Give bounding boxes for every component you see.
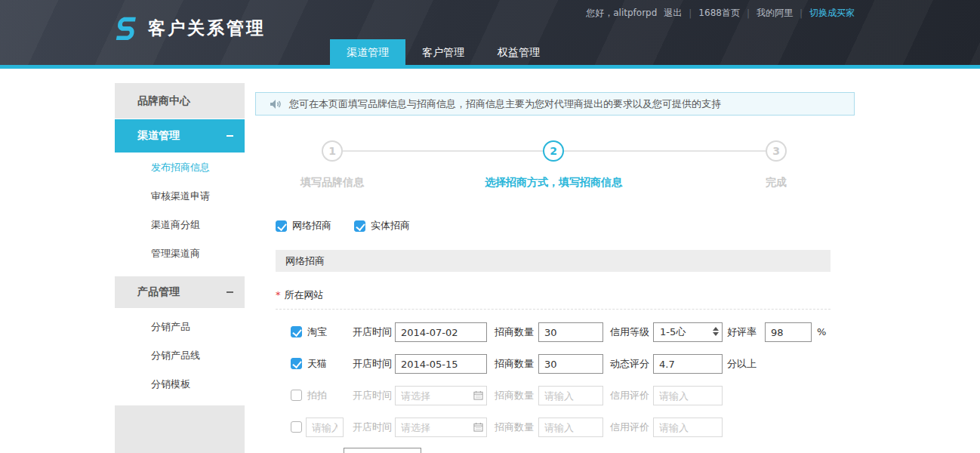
- sidebar-group-label: 渠道管理: [137, 129, 180, 143]
- step-1-label: 填写品牌信息: [272, 176, 393, 190]
- sidebar-group-label: 产品管理: [137, 285, 180, 299]
- link-1688-home[interactable]: 1688首页: [698, 7, 740, 20]
- field-group-label: 所在网站: [285, 289, 324, 300]
- investment-mode-options: 网络招商 实体招商: [276, 219, 410, 233]
- checkbox-icon[interactable]: [276, 220, 287, 232]
- tab-rights-management[interactable]: 权益管理: [481, 39, 556, 65]
- sidebar: 品牌商中心 渠道管理 发布招商信息 审核渠道申请 渠道商分组 管理渠道商 产品管…: [115, 69, 245, 453]
- quantity-input-tmall[interactable]: [538, 354, 603, 374]
- site-row-paipai: 拍拍 开店时间 招商数量 信用评价: [276, 385, 831, 406]
- calendar-icon[interactable]: [473, 422, 483, 432]
- site-row-tmall: 天猫 开店时间 招商数量 动态评分 分以上: [276, 353, 831, 374]
- quantity-label: 招商数量: [495, 417, 534, 438]
- collapse-icon: [227, 135, 233, 137]
- info-banner: 您可在本页面填写品牌信息与招商信息，招商信息主要为您对代理商提出的要求以及您可提…: [255, 92, 855, 116]
- checkbox-paipai[interactable]: [291, 390, 302, 401]
- info-banner-text: 您可在本页面填写品牌信息与招商信息，招商信息主要为您对代理商提出的要求以及您可提…: [289, 97, 721, 111]
- checkbox-tmall[interactable]: [291, 358, 302, 369]
- sidebar-footer-filler: [115, 405, 245, 453]
- app-header: 客户关系管理 您好，alitpforpd 退出 | 1688首页 | 我的阿里 …: [0, 0, 980, 65]
- section-header-online-investment: 网络招商: [276, 250, 831, 272]
- open-time-input-tmall[interactable]: [395, 354, 487, 374]
- checkbox-physical-investment[interactable]: 实体招商: [354, 219, 410, 233]
- open-time-label: 开店时间: [353, 417, 392, 438]
- step-3-label: 完成: [731, 176, 821, 190]
- site-label-paipai: 拍拍: [307, 385, 327, 406]
- sidebar-item-label: 品牌商中心: [137, 94, 190, 108]
- quantity-label: 招商数量: [495, 322, 534, 343]
- sidebar-item-review-channel-application[interactable]: 审核渠道申请: [115, 182, 245, 211]
- dashed-divider: [276, 309, 831, 310]
- calendar-icon[interactable]: [473, 390, 483, 400]
- sidebar-group-product-management[interactable]: 产品管理: [115, 276, 245, 308]
- checkbox-icon[interactable]: [354, 220, 365, 232]
- quantity-label: 招商数量: [495, 385, 534, 406]
- positive-rate-input[interactable]: [765, 322, 812, 342]
- site-label-taobao: 淘宝: [307, 322, 327, 343]
- step-2-circle: 2: [543, 140, 564, 162]
- dynamic-score-input[interactable]: [653, 354, 723, 374]
- sidebar-item-manage-channels[interactable]: 管理渠道商: [115, 239, 245, 268]
- custom-site-name-input[interactable]: [306, 418, 344, 437]
- quantity-input-taobao[interactable]: [538, 322, 603, 342]
- positive-rate-label: 好评率: [727, 322, 757, 343]
- quantity-input-paipai[interactable]: [538, 386, 603, 405]
- sidebar-item-distribution-product-lines[interactable]: 分销产品线: [115, 341, 245, 370]
- required-field-label: *所在网站: [276, 288, 324, 302]
- checkbox-custom-site[interactable]: [291, 421, 302, 433]
- link-switch-to-buyer[interactable]: 切换成买家: [809, 7, 855, 20]
- open-time-label: 开店时间: [353, 353, 392, 374]
- tab-channel-management[interactable]: 渠道管理: [330, 39, 405, 65]
- site-label-tmall: 天猫: [307, 353, 327, 374]
- separator: |: [747, 8, 750, 19]
- site-row-taobao: 淘宝 开店时间 招商数量 信用等级 1-5心 好评率 %: [276, 322, 831, 343]
- site-row-custom: 开店时间 招商数量 信用评价: [276, 417, 831, 438]
- tab-customer-management[interactable]: 客户管理: [405, 39, 481, 65]
- link-my-ali[interactable]: 我的阿里: [757, 7, 793, 20]
- sidebar-item-distribution-products[interactable]: 分销产品: [115, 313, 245, 341]
- percent-unit: %: [817, 322, 826, 343]
- open-time-input-taobao[interactable]: [395, 322, 487, 342]
- sidebar-item-publish-investment-info[interactable]: 发布招商信息: [115, 153, 245, 182]
- credit-review-input-custom[interactable]: [653, 418, 723, 437]
- checkbox-online-investment[interactable]: 网络招商: [276, 219, 331, 233]
- separator: |: [800, 8, 803, 19]
- partial-input-cutoff[interactable]: [344, 448, 421, 453]
- app-title: 客户关系管理: [148, 17, 266, 40]
- sidebar-group-channel-management[interactable]: 渠道管理: [115, 119, 245, 153]
- sidebar-item-channel-grouping[interactable]: 渠道商分组: [115, 211, 245, 239]
- chevron-down-icon: [713, 332, 719, 336]
- collapse-icon: [227, 291, 233, 293]
- main-nav: 渠道管理 客户管理 权益管理: [330, 39, 556, 65]
- credit-review-label: 信用评价: [610, 417, 649, 438]
- checkbox-label: 网络招商: [292, 219, 331, 233]
- quantity-label: 招商数量: [495, 353, 534, 374]
- announcement-speaker-icon: [270, 99, 282, 109]
- sidebar-item-distribution-templates[interactable]: 分销模板: [115, 370, 245, 399]
- dynamic-score-label: 动态评分: [610, 353, 649, 374]
- open-time-label: 开店时间: [353, 385, 392, 406]
- step-2-label: 选择招商方式，填写招商信息: [455, 176, 652, 190]
- chevron-up-icon: [713, 327, 719, 331]
- required-asterisk: *: [276, 289, 281, 300]
- step-1-circle: 1: [322, 140, 343, 162]
- checkbox-label: 实体招商: [371, 219, 410, 233]
- app-logo[interactable]: 客户关系管理: [112, 15, 266, 41]
- crm-page: 客户关系管理 您好，alitpforpd 退出 | 1688首页 | 我的阿里 …: [0, 0, 980, 453]
- select-stepper-icon: [713, 327, 719, 336]
- open-time-label: 开店时间: [353, 322, 392, 343]
- credit-level-select[interactable]: 1-5心: [653, 322, 723, 342]
- logout-link[interactable]: 退出: [664, 7, 682, 20]
- credit-review-input-paipai[interactable]: [653, 386, 723, 405]
- separator: |: [689, 8, 692, 19]
- step-3-circle: 3: [766, 140, 787, 162]
- user-greeting: 您好，alitpforpd: [586, 7, 657, 20]
- quantity-input-custom[interactable]: [538, 418, 603, 437]
- credit-level-label: 信用等级: [610, 322, 649, 343]
- header-user-links: 您好，alitpforpd 退出 | 1688首页 | 我的阿里 | 切换成买家: [586, 7, 855, 20]
- score-unit-label: 分以上: [727, 353, 757, 374]
- checkbox-taobao[interactable]: [291, 326, 302, 337]
- credit-review-label: 信用评价: [610, 385, 649, 406]
- sidebar-item-brand-center[interactable]: 品牌商中心: [115, 83, 245, 119]
- brand-s-icon: [109, 15, 143, 41]
